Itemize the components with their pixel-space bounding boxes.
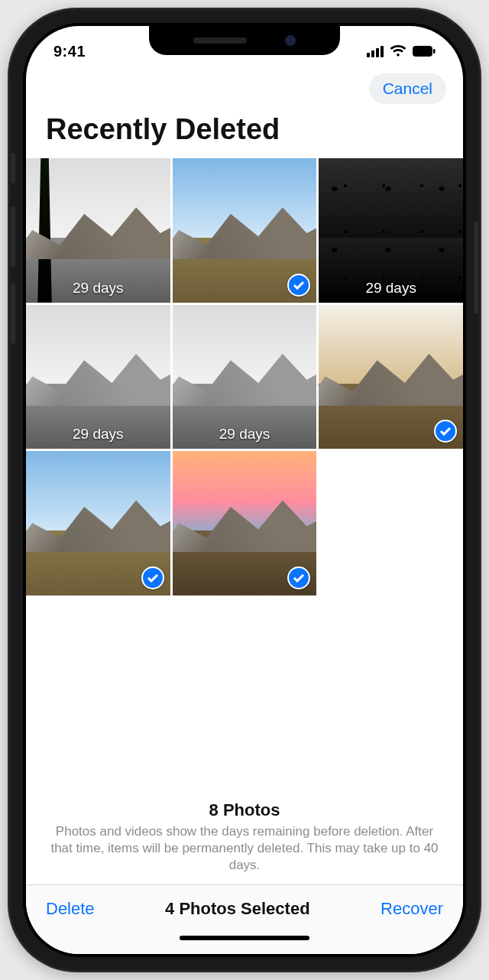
status-time: 9:41 bbox=[53, 43, 86, 60]
wifi-icon bbox=[390, 45, 406, 57]
status-icons bbox=[367, 45, 436, 57]
speaker bbox=[193, 37, 247, 44]
bezel: 9:41 Cancel Recently Deleted bbox=[23, 23, 466, 957]
bottom-toolbar: Delete 4 Photos Selected Recover bbox=[26, 884, 463, 925]
recover-button[interactable]: Recover bbox=[381, 899, 443, 919]
thumbnail-image bbox=[173, 451, 317, 595]
mute-switch bbox=[11, 153, 15, 183]
selection-status: 4 Photos Selected bbox=[165, 899, 310, 919]
power-button bbox=[474, 222, 478, 313]
thumbnail-image bbox=[173, 158, 317, 303]
screen: 9:41 Cancel Recently Deleted bbox=[26, 26, 463, 954]
thumbnail-image bbox=[319, 305, 463, 449]
thumbnail-image bbox=[173, 305, 317, 449]
cancel-button[interactable]: Cancel bbox=[369, 73, 446, 104]
notch bbox=[149, 26, 340, 55]
photo-count: 8 Photos bbox=[49, 800, 440, 820]
delete-button[interactable]: Delete bbox=[46, 899, 95, 919]
photo-2[interactable] bbox=[173, 158, 317, 303]
front-camera bbox=[285, 35, 296, 46]
nav-bar: Cancel bbox=[26, 67, 463, 109]
svg-rect-1 bbox=[433, 49, 436, 54]
photo-6[interactable] bbox=[319, 305, 463, 449]
thumbnail-image bbox=[319, 158, 463, 303]
photo-4[interactable]: 29 days bbox=[26, 305, 170, 449]
volume-up-button bbox=[11, 206, 15, 268]
volume-down-button bbox=[11, 283, 15, 344]
info-description: Photos and videos show the days remainin… bbox=[49, 823, 440, 874]
photo-7[interactable] bbox=[26, 451, 170, 595]
page-title: Recently Deleted bbox=[26, 109, 463, 158]
svg-rect-0 bbox=[413, 47, 432, 57]
phone-frame: 9:41 Cancel Recently Deleted bbox=[8, 8, 481, 972]
photo-grid: 29 days29 days29 days29 days bbox=[26, 158, 463, 595]
photo-3[interactable]: 29 days bbox=[319, 158, 463, 303]
photo-1[interactable]: 29 days bbox=[26, 158, 170, 303]
thumbnail-image bbox=[26, 451, 170, 595]
home-indicator[interactable] bbox=[26, 925, 463, 954]
info-block: 8 Photos Photos and videos show the days… bbox=[26, 800, 463, 884]
thumbnail-image bbox=[26, 158, 170, 303]
photo-5[interactable]: 29 days bbox=[173, 305, 317, 449]
thumbnail-image bbox=[26, 305, 170, 449]
cellular-icon bbox=[367, 46, 384, 57]
photo-8[interactable] bbox=[173, 451, 317, 595]
battery-icon bbox=[413, 46, 436, 57]
